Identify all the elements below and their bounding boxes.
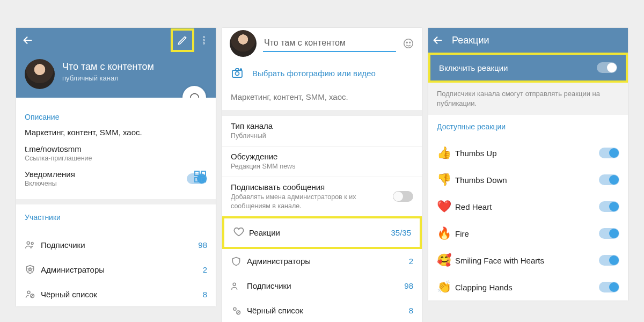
subscribers-row-2[interactable]: Подписчики 98 <box>222 274 422 298</box>
reaction-toggle[interactable] <box>599 174 619 185</box>
svg-point-4 <box>31 243 33 245</box>
reaction-row[interactable]: 👍 Thumbs Up <box>428 140 628 166</box>
channel-subtitle: публичный канал <box>62 74 119 82</box>
pane-channel-info: Что там с контентом публичный канал Опис… <box>16 28 216 306</box>
header: Что там с контентом публичный канал <box>16 28 216 98</box>
reaction-name: Clapping Hands <box>455 283 599 292</box>
enable-reactions-label: Включить реакции <box>439 63 597 72</box>
reaction-emoji: 🥰 <box>437 253 455 267</box>
reaction-emoji: 🔥 <box>437 226 455 240</box>
subscribers-label: Подписчики <box>247 281 404 290</box>
admins-row-2[interactable]: Администраторы 2 <box>222 249 422 274</box>
admins-count: 2 <box>203 265 207 274</box>
channel-type-value: Публичный <box>231 131 413 141</box>
reaction-row[interactable]: 👎 Thumbs Down <box>428 166 628 193</box>
subscribers-count: 98 <box>404 281 413 290</box>
reactions-count: 35/35 <box>391 228 411 237</box>
shield-icon <box>25 264 41 275</box>
pick-media-row[interactable]: Выбрать фотографию или видео <box>222 59 422 87</box>
edit-header <box>222 28 422 59</box>
block-icon <box>231 305 247 316</box>
reaction-emoji: 👎 <box>437 173 455 187</box>
svg-point-8 <box>406 42 407 43</box>
reactions-label: Реакции <box>249 228 391 237</box>
admins-label: Администраторы <box>247 257 409 266</box>
available-reactions-heading: Доступные реакции <box>437 122 619 131</box>
heart-icon <box>233 226 249 239</box>
blacklist-row[interactable]: Чёрный список 8 <box>16 282 216 306</box>
reaction-toggle[interactable] <box>599 255 619 266</box>
admins-label: Администраторы <box>41 265 203 274</box>
pick-media-label: Выбрать фотографию или видео <box>252 69 376 78</box>
description-section: Описание Маркетинг, контент, SMM, хаос. … <box>16 98 216 199</box>
invite-link[interactable]: t.me/nowtosmm <box>25 144 207 153</box>
shield-icon <box>231 256 247 267</box>
reaction-row[interactable]: 👏 Clapping Hands <box>428 274 628 301</box>
discussion-row[interactable]: Обсуждение Редакция SMM news <box>222 146 422 177</box>
reaction-emoji: ❤️ <box>437 200 455 214</box>
members-section: Участники <box>16 204 216 232</box>
emoji-icon[interactable] <box>402 38 414 49</box>
admins-row[interactable]: Администраторы 2 <box>16 257 216 282</box>
bio-text[interactable]: Маркетинг, контент, SMM, хаос. <box>222 87 422 110</box>
members-heading: Участники <box>25 213 207 222</box>
discussion-label: Обсуждение <box>231 152 413 161</box>
reaction-toggle[interactable] <box>599 228 619 239</box>
reaction-toggle[interactable] <box>599 201 619 212</box>
edit-icon[interactable] <box>171 28 194 52</box>
blacklist-label: Чёрный список <box>41 290 203 299</box>
subscribers-count: 98 <box>198 240 207 250</box>
subscribers-row[interactable]: Подписчики 98 <box>16 232 216 257</box>
svg-point-0 <box>203 36 205 38</box>
reaction-name: Thumbs Down <box>455 175 599 185</box>
channel-type-row[interactable]: Тип канала Публичный <box>222 115 422 146</box>
channel-avatar <box>25 59 55 89</box>
header: Реакции <box>428 28 628 53</box>
svg-point-2 <box>203 42 205 44</box>
blacklist-row-2[interactable]: Чёрный список 8 <box>222 298 422 323</box>
reaction-row[interactable]: ❤️ Red Heart <box>428 193 628 220</box>
notifications-value: Включены <box>25 180 187 187</box>
reactions-highlight: Реакции 35/35 <box>222 216 422 249</box>
more-icon[interactable] <box>194 31 214 50</box>
description-heading: Описание <box>25 113 207 121</box>
svg-point-7 <box>404 39 413 48</box>
svg-point-5 <box>27 291 30 294</box>
sign-messages-desc: Добавлять имена администраторов к их соо… <box>231 193 393 211</box>
svg-point-13 <box>233 308 236 310</box>
reaction-row[interactable]: 🔥 Fire <box>428 220 628 247</box>
channel-name-input[interactable] <box>263 35 396 52</box>
page-title: Реакции <box>452 35 489 46</box>
discussion-value: Редакция SMM news <box>231 162 413 171</box>
avatar[interactable] <box>230 30 257 57</box>
back-icon[interactable] <box>18 31 38 50</box>
people-icon <box>25 239 41 250</box>
channel-type-label: Тип канала <box>231 121 413 130</box>
reaction-row[interactable]: 🥰 Smiling Face with Hearts <box>428 247 628 274</box>
enable-reactions-desc: Подписчики канала смогут отправлять реак… <box>428 83 628 115</box>
qr-icon[interactable] <box>194 171 206 182</box>
enable-reactions-toggle[interactable] <box>597 62 617 73</box>
svg-point-11 <box>236 72 239 76</box>
blacklist-label: Чёрный список <box>247 306 409 315</box>
pane-channel-edit: Выбрать фотографию или видео Маркетинг, … <box>222 28 422 322</box>
sign-messages-label: Подписывать сообщения <box>231 182 393 192</box>
invite-link-caption: Ссылка-приглашение <box>25 155 207 162</box>
svg-point-12 <box>233 283 236 286</box>
pane-reactions-settings: Реакции Включить реакции Подписчики кана… <box>428 28 628 301</box>
reaction-toggle[interactable] <box>599 282 619 292</box>
subscribers-label: Подписчики <box>41 240 198 250</box>
blacklist-count: 8 <box>409 306 413 315</box>
sign-messages-toggle[interactable] <box>393 191 413 202</box>
sign-messages-row[interactable]: Подписывать сообщения Добавлять имена ад… <box>222 177 422 216</box>
reaction-emoji: 👏 <box>437 280 455 294</box>
channel-title: Что там с контентом <box>62 61 154 72</box>
enable-reactions-highlight: Включить реакции <box>428 53 628 83</box>
reactions-setting-row[interactable]: Реакции 35/35 <box>224 218 420 247</box>
enable-reactions-row[interactable]: Включить реакции <box>430 55 626 80</box>
back-icon[interactable] <box>428 31 448 50</box>
blacklist-count: 8 <box>203 290 207 299</box>
admins-count: 2 <box>409 257 413 266</box>
reaction-toggle[interactable] <box>599 148 619 158</box>
people-icon <box>231 281 247 291</box>
